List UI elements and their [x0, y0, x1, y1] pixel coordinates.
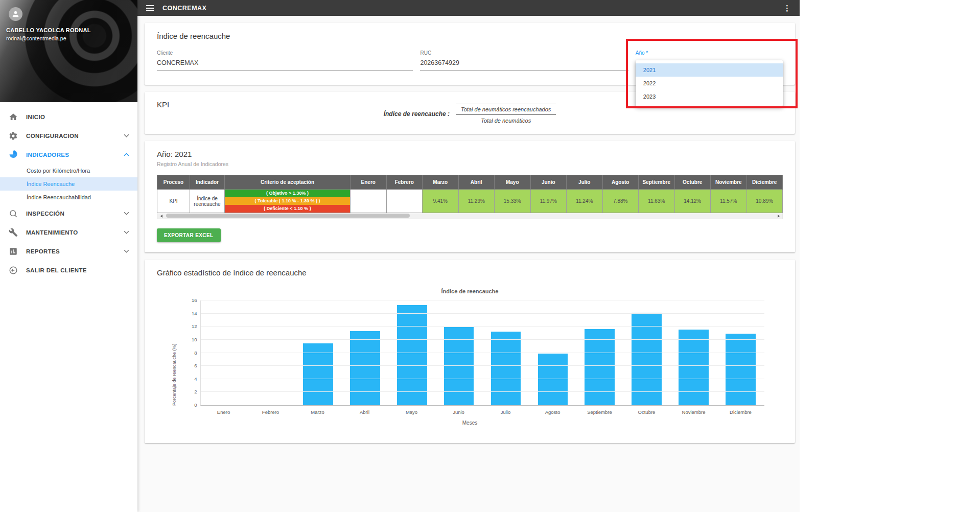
column-header: Abril — [458, 175, 495, 190]
month-value-cell: 14.12% — [674, 190, 711, 213]
sidebar-item-mantenimiento[interactable]: MANTENIMIENTO — [0, 223, 137, 242]
chart-bar-diciembre — [726, 334, 756, 405]
chart-bar-junio — [444, 327, 474, 405]
chevron-down-icon — [124, 134, 129, 137]
bar-slot — [623, 300, 670, 405]
user-email: rodnal@contentmedia.pe — [6, 35, 66, 41]
scrollbar-track[interactable] — [165, 213, 775, 219]
form-fields: Cliente CONCREMAX RUC 20263674929 Año * … — [157, 50, 783, 71]
table-subtitle: Registro Anual de Indicadores — [157, 161, 783, 167]
column-header: Noviembre — [711, 175, 747, 190]
scrollbar-thumb[interactable] — [166, 214, 410, 218]
month-value-cell: 11.57% — [711, 190, 747, 213]
x-tick-label: Marzo — [294, 409, 341, 415]
app-window: CABELLO YACOLCA RODNAL rodnal@contentmed… — [0, 0, 800, 512]
bar-slot — [435, 300, 482, 405]
column-header: Proceso — [157, 175, 190, 190]
y-tick-label: 0 — [194, 402, 197, 408]
chevron-down-icon — [124, 212, 129, 215]
month-value-cell: 11.29% — [458, 190, 495, 213]
wrench-icon — [8, 227, 18, 238]
sidebar-item-indicadores[interactable]: INDICADORES — [0, 145, 137, 164]
sidebar-item-salir-del-cliente[interactable]: SALIR DEL CLIENTE — [0, 261, 137, 280]
y-tick-label: 12 — [192, 323, 197, 329]
bar-slot — [247, 300, 294, 405]
year-option-2022[interactable]: 2022 — [636, 77, 783, 90]
user-profile-panel: CABELLO YACOLCA RODNAL rodnal@contentmed… — [0, 0, 137, 102]
sidebar-subitem-indice-reencauche[interactable]: Índice Reencauche — [0, 177, 137, 191]
month-value-cell: 11.97% — [530, 190, 567, 213]
year-option-2023[interactable]: 2023 — [636, 90, 783, 103]
cliente-field[interactable]: Cliente CONCREMAX — [157, 50, 413, 71]
gridline — [201, 339, 764, 340]
month-value-cell: 10.89% — [746, 190, 783, 213]
column-header: Junio — [530, 175, 567, 190]
bar-slot — [482, 300, 529, 405]
hamburger-menu-icon[interactable] — [146, 5, 154, 11]
indicators-table-body-row: KPIÍndice de reencauche( Objetivo > 1.30… — [157, 190, 783, 213]
x-axis-title: Meses — [169, 420, 772, 426]
sidebar-item-label: INDICADORES — [26, 152, 69, 158]
gridline — [201, 326, 764, 327]
annual-indicators-card: Año: 2021 Registro Anual de Indicadores … — [145, 141, 795, 252]
home-icon — [8, 112, 18, 122]
indicador-cell: Índice de reencauche — [190, 190, 225, 213]
column-header: Julio — [567, 175, 603, 190]
chevron-down-icon — [124, 249, 129, 253]
y-tick-label: 8 — [194, 350, 197, 356]
month-value-cell: 11.24% — [567, 190, 603, 213]
y-axis-title: Porcentaje de reencauche (%) — [172, 300, 177, 406]
x-tick-label: Febrero — [247, 409, 294, 415]
inspection-icon — [8, 208, 18, 219]
chevron-up-icon — [124, 153, 129, 156]
bar-slot — [576, 300, 623, 405]
sidebar-item-inicio[interactable]: INICIO — [0, 107, 137, 126]
main-column: CONCREMAX ⋮ Índice de reencauche Cliente… — [137, 0, 800, 512]
bar-slot — [201, 300, 248, 405]
year-summary-title: Año: 2021 — [157, 150, 783, 158]
submenu-label: Índice Reencauchabilidad — [27, 194, 91, 200]
month-value-cell: 9.41% — [423, 190, 459, 213]
kpi-formula: Índice de reencauche : Total de neumátic… — [157, 104, 783, 124]
month-value-cell: 7.88% — [602, 190, 639, 213]
chart: Índice de reencauche Porcentaje de reenc… — [169, 288, 772, 426]
formula-numerator: Total de neumáticos reencauchados — [456, 104, 556, 115]
sidebar-subitem-costo-kilometro[interactable]: Costo por Kilómetro/Hora — [0, 164, 137, 177]
ruc-field[interactable]: RUC 20263674929 — [420, 50, 628, 71]
chart-bar-agosto — [538, 354, 568, 405]
kebab-menu-icon[interactable]: ⋮ — [783, 4, 791, 12]
ruc-value[interactable]: 20263674929 — [420, 59, 628, 71]
y-tick-label: 14 — [192, 311, 197, 316]
sidebar-item-reportes[interactable]: REPORTES — [0, 242, 137, 261]
x-tick-label: Abril — [341, 409, 388, 415]
bar-slot — [670, 300, 717, 405]
x-tick-label: Noviembre — [670, 409, 717, 415]
user-name: CABELLO YACOLCA RODNAL — [6, 27, 91, 33]
x-tick-label: Agosto — [529, 409, 576, 415]
export-excel-button[interactable]: EXPORTAR EXCEL — [157, 228, 221, 242]
sidebar-item-label: SALIR DEL CLIENTE — [26, 267, 87, 273]
submenu-label: Índice Reencauche — [27, 181, 75, 187]
cliente-value[interactable]: CONCREMAX — [157, 59, 413, 71]
gridline — [201, 353, 764, 353]
column-header: Mayo — [495, 175, 531, 190]
chart-bar-mayo — [397, 305, 427, 405]
scroll-left-arrow[interactable] — [157, 214, 165, 219]
column-header: Diciembre — [746, 175, 783, 190]
sidebar-item-configuracion[interactable]: CONFIGURACION — [0, 126, 137, 145]
year-field[interactable]: Año * 202120222023 — [636, 50, 783, 71]
table-horizontal-scrollbar[interactable] — [157, 213, 783, 219]
year-option-2021[interactable]: 2021 — [636, 63, 783, 77]
column-header: Septiembre — [639, 175, 675, 190]
sidebar-item-inspeccion[interactable]: INSPECCIÓN — [0, 204, 137, 223]
person-icon — [11, 10, 20, 18]
plot-area: 0246810121416 — [200, 300, 764, 406]
sidebar-menu: INICIO CONFIGURACION INDICADORES Costo p… — [0, 102, 137, 280]
bar-slot — [294, 300, 341, 405]
year-dropdown[interactable]: 202120222023 — [636, 60, 783, 106]
chart-bar-noviembre — [679, 330, 709, 405]
sidebar-subitem-indice-reencauchabilidad[interactable]: Índice Reencauchabilidad — [0, 191, 137, 204]
topbar: CONCREMAX ⋮ — [137, 0, 800, 16]
x-tick-label: Julio — [482, 409, 529, 415]
scroll-right-arrow[interactable] — [775, 214, 782, 219]
